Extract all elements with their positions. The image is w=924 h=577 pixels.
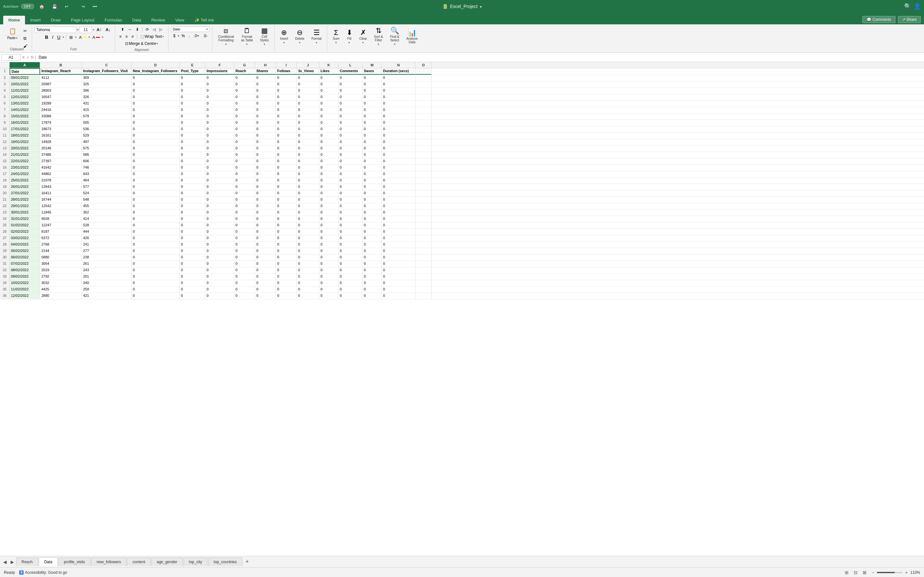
data-cell[interactable]: 0: [297, 274, 319, 280]
data-cell[interactable]: 0: [338, 274, 363, 280]
data-cell[interactable]: 0: [180, 280, 205, 286]
data-cell[interactable]: 415: [82, 107, 132, 113]
data-cell[interactable]: [415, 88, 431, 94]
data-cell[interactable]: 0: [297, 293, 319, 299]
data-cell[interactable]: 08/02/2022: [10, 268, 40, 274]
data-cell[interactable]: 0: [363, 107, 382, 113]
data-cell[interactable]: 0: [276, 274, 297, 280]
decrease-decimal-button[interactable]: .0-: [202, 33, 209, 39]
data-cell[interactable]: 0: [255, 248, 276, 254]
data-cell[interactable]: 0: [180, 229, 205, 235]
data-cell[interactable]: 0: [363, 126, 382, 132]
data-cell[interactable]: 326: [82, 94, 132, 100]
data-cell[interactable]: 0: [338, 235, 363, 242]
data-cell[interactable]: 0: [276, 248, 297, 254]
data-cell[interactable]: 0: [319, 165, 338, 171]
data-cell[interactable]: 09/01/2022: [10, 75, 40, 81]
data-cell[interactable]: 16/01/2022: [10, 120, 40, 126]
data-cell[interactable]: 0: [382, 139, 415, 145]
data-cell[interactable]: 575: [82, 145, 132, 152]
data-cell[interactable]: 0: [276, 268, 297, 274]
undo-dropdown[interactable]: ▾: [73, 4, 76, 9]
data-cell[interactable]: 0: [180, 203, 205, 210]
data-cell[interactable]: 0: [234, 165, 255, 171]
data-cell[interactable]: 0: [382, 120, 415, 126]
data-cell[interactable]: 0: [382, 88, 415, 94]
data-cell[interactable]: 0: [180, 274, 205, 280]
formula-tick-icon[interactable]: ✓: [26, 55, 29, 60]
data-cell[interactable]: 0: [234, 268, 255, 274]
tab-data[interactable]: Data: [127, 16, 146, 24]
data-cell[interactable]: 9028: [40, 216, 82, 222]
data-cell[interactable]: 0: [338, 107, 363, 113]
data-cell[interactable]: 0: [205, 293, 234, 299]
data-cell[interactable]: 0: [319, 235, 338, 242]
data-cell[interactable]: 0: [255, 152, 276, 158]
data-cell[interactable]: 0: [382, 255, 415, 261]
data-cell[interactable]: 0: [382, 268, 415, 274]
data-cell[interactable]: 0: [132, 107, 180, 113]
header-cell-shares[interactable]: Shares: [255, 68, 276, 75]
data-cell[interactable]: 0: [132, 113, 180, 119]
data-cell[interactable]: 11845: [40, 210, 82, 216]
data-cell[interactable]: 0: [255, 171, 276, 177]
data-cell[interactable]: 10/01/2022: [10, 81, 40, 87]
data-cell[interactable]: 0: [234, 101, 255, 107]
data-cell[interactable]: 0: [255, 242, 276, 248]
data-cell[interactable]: 23/01/2022: [10, 165, 40, 171]
tab-tell-me[interactable]: ✨ Tell me: [189, 16, 219, 24]
tab-review[interactable]: Review: [146, 16, 170, 24]
data-cell[interactable]: 0: [276, 229, 297, 235]
data-cell[interactable]: 0: [132, 190, 180, 197]
data-cell[interactable]: 0: [276, 120, 297, 126]
col-header-f[interactable]: F: [205, 62, 234, 68]
data-cell[interactable]: 0: [382, 133, 415, 139]
data-cell[interactable]: 0: [338, 222, 363, 229]
data-cell[interactable]: 0: [234, 184, 255, 190]
data-cell[interactable]: 0: [180, 171, 205, 177]
data-cell[interactable]: 746: [82, 165, 132, 171]
data-cell[interactable]: 0: [382, 274, 415, 280]
data-cell[interactable]: 0: [276, 235, 297, 242]
wrap-text-button[interactable]: ⬚ Wrap Text ▾: [139, 33, 166, 40]
data-cell[interactable]: 27/01/2022: [10, 190, 40, 197]
tab-home[interactable]: Home: [3, 16, 25, 24]
data-cell[interactable]: 0: [132, 287, 180, 293]
number-format-dropdown[interactable]: Date ▾: [171, 26, 210, 32]
data-cell[interactable]: 28/01/2022: [10, 197, 40, 203]
data-cell[interactable]: 0: [297, 133, 319, 139]
data-cell[interactable]: 19/01/2022: [10, 139, 40, 145]
data-cell[interactable]: 0: [297, 222, 319, 229]
data-cell[interactable]: 0: [319, 133, 338, 139]
data-cell[interactable]: 0: [132, 216, 180, 222]
data-cell[interactable]: 0: [132, 222, 180, 229]
zoom-slider[interactable]: [877, 572, 903, 573]
increase-decimal-button[interactable]: .0+: [192, 33, 201, 39]
data-cell[interactable]: 0: [205, 158, 234, 164]
data-cell[interactable]: 0: [180, 101, 205, 107]
data-cell[interactable]: 0: [319, 139, 338, 145]
data-cell[interactable]: 261: [82, 261, 132, 267]
data-cell[interactable]: 14/01/2022: [10, 107, 40, 113]
data-cell[interactable]: 29/01/2022: [10, 203, 40, 210]
data-cell[interactable]: 0: [297, 248, 319, 254]
data-cell[interactable]: 2880: [40, 293, 82, 299]
data-cell[interactable]: 12/02/2022: [10, 293, 40, 299]
data-cell[interactable]: 0: [363, 229, 382, 235]
data-cell[interactable]: 0: [234, 235, 255, 242]
increase-font-button[interactable]: A↑: [95, 26, 103, 33]
data-cell[interactable]: 0: [205, 120, 234, 126]
data-cell[interactable]: 0: [205, 216, 234, 222]
data-cell[interactable]: 0: [363, 268, 382, 274]
col-header-c[interactable]: C: [82, 62, 132, 68]
data-cell[interactable]: 0: [180, 216, 205, 222]
data-cell[interactable]: [415, 152, 431, 158]
sheet-tab-content[interactable]: content: [127, 558, 150, 566]
data-cell[interactable]: 02/02/2022: [10, 229, 40, 235]
data-cell[interactable]: 0: [338, 88, 363, 94]
col-header-a[interactable]: A: [10, 62, 40, 68]
data-cell[interactable]: 0: [180, 222, 205, 229]
data-cell[interactable]: 0: [132, 203, 180, 210]
data-cell[interactable]: 0: [180, 268, 205, 274]
data-cell[interactable]: 0: [205, 165, 234, 171]
